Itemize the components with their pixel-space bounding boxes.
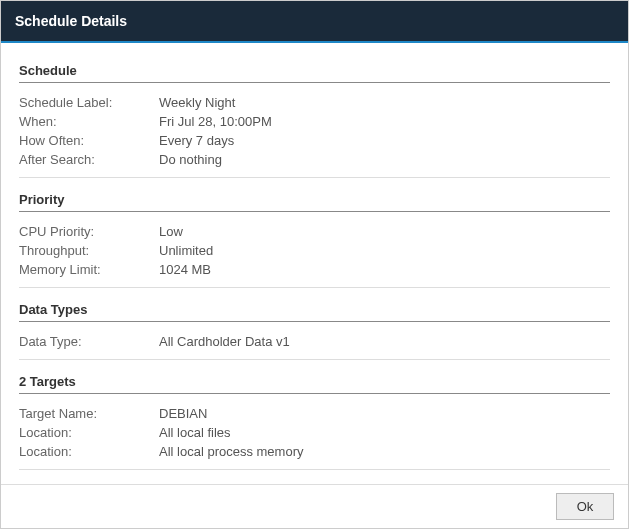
label: Throughput: (19, 243, 159, 258)
row-target-name: Target Name: DEBIAN (19, 404, 610, 423)
section-priority: CPU Priority: Low Throughput: Unlimited … (19, 214, 610, 288)
label: CPU Priority: (19, 224, 159, 239)
row-target-location-2: Location: All local process memory (19, 442, 610, 461)
row-when: When: Fri Jul 28, 10:00PM (19, 112, 610, 131)
value: All local process memory (159, 444, 610, 459)
row-cpu-priority: CPU Priority: Low (19, 222, 610, 241)
label: Memory Limit: (19, 262, 159, 277)
value: 1024 MB (159, 262, 610, 277)
label: After Search: (19, 152, 159, 167)
value: Fri Jul 28, 10:00PM (159, 114, 610, 129)
section-targets: Target Name: DEBIAN Location: All local … (19, 396, 610, 470)
value: Do nothing (159, 152, 610, 167)
section-title-priority: Priority (19, 192, 610, 212)
section-title-targets: 2 Targets (19, 374, 610, 394)
label: Target Name: (19, 406, 159, 421)
label: Location: (19, 444, 159, 459)
row-throughput: Throughput: Unlimited (19, 241, 610, 260)
value: All local files (159, 425, 610, 440)
row-how-often: How Often: Every 7 days (19, 131, 610, 150)
section-title-schedule: Schedule (19, 63, 610, 83)
label: How Often: (19, 133, 159, 148)
label: When: (19, 114, 159, 129)
value: Low (159, 224, 610, 239)
ok-button[interactable]: Ok (556, 493, 614, 520)
dialog-title: Schedule Details (15, 13, 127, 29)
row-after-search: After Search: Do nothing (19, 150, 610, 169)
section-schedule: Schedule Label: Weekly Night When: Fri J… (19, 85, 610, 178)
dialog-footer: Ok (1, 484, 628, 528)
dialog-titlebar: Schedule Details (1, 1, 628, 43)
row-data-type: Data Type: All Cardholder Data v1 (19, 332, 610, 351)
label: Schedule Label: (19, 95, 159, 110)
value: DEBIAN (159, 406, 610, 421)
dialog-content-scroll[interactable]: Schedule Schedule Label: Weekly Night Wh… (1, 43, 628, 484)
value: Every 7 days (159, 133, 610, 148)
value: Unlimited (159, 243, 610, 258)
row-schedule-label: Schedule Label: Weekly Night (19, 93, 610, 112)
section-title-datatypes: Data Types (19, 302, 610, 322)
label: Location: (19, 425, 159, 440)
row-memory-limit: Memory Limit: 1024 MB (19, 260, 610, 279)
value: Weekly Night (159, 95, 610, 110)
schedule-details-dialog: Schedule Details Schedule Schedule Label… (0, 0, 629, 529)
row-target-location-1: Location: All local files (19, 423, 610, 442)
section-datatypes: Data Type: All Cardholder Data v1 (19, 324, 610, 360)
value: All Cardholder Data v1 (159, 334, 610, 349)
label: Data Type: (19, 334, 159, 349)
